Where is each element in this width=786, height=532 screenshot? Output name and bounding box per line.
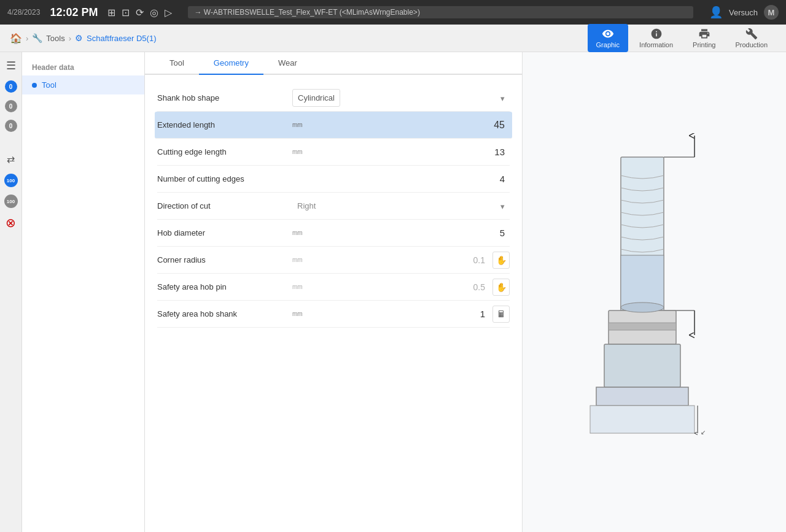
- cutting-edge-length-value[interactable]: [313, 145, 510, 158]
- user-icon: 👤: [709, 6, 723, 19]
- corner-radius-action-button[interactable]: ✋: [492, 252, 510, 269]
- main-layout: ☰ 0 0 0 ⇄ 100 100 ⊗ Header data Tool Too…: [0, 52, 786, 532]
- arrows-exchange-icon[interactable]: ⇄: [4, 152, 18, 166]
- corner-radius-label: Corner radius: [157, 255, 292, 264]
- direction-of-cut-label: Direction of cut: [157, 201, 292, 210]
- badge-100-blue[interactable]: 100: [4, 174, 18, 187]
- hob-diameter-label: Hob diameter: [157, 228, 292, 237]
- sidebar-item-tool-label: Tool: [42, 80, 56, 90]
- form-row-safety-area-hob-pin: Safety area hob pin mm ✋: [157, 274, 510, 301]
- graphic-label: Graphic: [596, 41, 620, 48]
- icon1[interactable]: ⊞: [107, 7, 115, 18]
- num-cutting-edges-value[interactable]: [313, 172, 510, 185]
- hob-diameter-input: mm: [292, 226, 510, 239]
- user-initial: M: [764, 5, 779, 20]
- svg-text:↙: ↙: [701, 429, 706, 436]
- printing-button[interactable]: Printing: [684, 24, 724, 52]
- extended-length-value[interactable]: [313, 118, 510, 132]
- form-row-hob-diameter: Hob diameter mm: [157, 220, 510, 247]
- extended-length-label: Extended length: [157, 120, 292, 129]
- direction-of-cut-select[interactable]: Right Left: [292, 198, 321, 214]
- tools-icon: 🔧: [32, 33, 42, 43]
- corner-radius-value[interactable]: [313, 254, 490, 266]
- nav-section-title: Header data: [22, 60, 144, 75]
- production-button[interactable]: Production: [726, 24, 776, 52]
- content-area: Tool Geometry Wear Shank hob shape Cylin…: [145, 52, 522, 532]
- topbar-path: → W-ABTRIEBSWELLE_Test_Flex_WF-ET (<MLim…: [188, 6, 693, 18]
- sidebar-item-tool[interactable]: Tool: [22, 75, 144, 94]
- form-row-cutting-edge-length: Cutting edge length mm: [157, 139, 510, 166]
- num-cutting-edges-label: Number of cutting edges: [157, 174, 292, 183]
- printing-label: Printing: [693, 41, 715, 48]
- badge-0-gray-1[interactable]: 0: [5, 100, 17, 112]
- corner-radius-unit: mm: [292, 256, 311, 263]
- extended-length-unit: mm: [292, 121, 311, 128]
- form-row-shank-hob-shape: Shank hob shape Cylindrical Tapered: [157, 85, 510, 112]
- safety-area-hob-shank-value[interactable]: [313, 307, 490, 320]
- information-button[interactable]: Information: [631, 24, 682, 52]
- badge-100-gray[interactable]: 100: [4, 195, 18, 208]
- header-actions: Graphic Information Printing Production: [588, 24, 776, 52]
- shank-hob-shape-select-wrapper: Cylindrical Tapered: [292, 89, 510, 107]
- safety-area-hob-shank-input: mm 🖩: [292, 306, 510, 323]
- shank-hob-shape-select[interactable]: Cylindrical Tapered: [292, 89, 340, 107]
- direction-of-cut-select-wrapper: Right Left: [292, 198, 510, 214]
- breadcrumb-tools[interactable]: Tools: [46, 34, 64, 43]
- username: Versuch: [729, 8, 758, 17]
- safety-area-hob-shank-action-button[interactable]: 🖩: [492, 306, 510, 323]
- form-row-corner-radius: Corner radius mm ✋: [157, 247, 510, 274]
- menu-bars-icon[interactable]: ☰: [4, 58, 18, 73]
- form-row-safety-area-hob-shank: Safety area hob shank mm 🖩: [157, 301, 510, 328]
- form-area: Shank hob shape Cylindrical Tapered Exte…: [145, 75, 522, 532]
- badge-0-gray-2[interactable]: 0: [5, 120, 17, 132]
- breadcrumb-gear-icon: ⚙: [75, 33, 83, 43]
- svg-point-13: [621, 303, 664, 312]
- topbar-icons: ⊞ ⊡ ⟳ ◎ ▷: [107, 7, 172, 18]
- topbar-time: 12:02 PM: [50, 6, 98, 19]
- corner-radius-input: mm ✋: [292, 252, 510, 269]
- tab-geometry[interactable]: Geometry: [199, 52, 263, 75]
- form-row-extended-length: Extended length mm: [155, 112, 512, 139]
- safety-area-hob-pin-input: mm ✋: [292, 279, 510, 296]
- left-icons-column: ☰ 0 0 0 ⇄ 100 100 ⊗: [0, 52, 22, 532]
- cutting-edge-unit: mm: [292, 148, 311, 155]
- shank-hob-shape-input: Cylindrical Tapered: [292, 89, 510, 107]
- icon4[interactable]: ◎: [150, 7, 158, 18]
- svg-rect-8: [604, 344, 680, 387]
- close-circle-icon[interactable]: ⊗: [4, 215, 18, 230]
- tab-tool[interactable]: Tool: [155, 52, 199, 75]
- icon5[interactable]: ▷: [165, 7, 172, 18]
- cutting-edge-length-input: mm: [292, 145, 510, 158]
- breadcrumb: 🏠 › 🔧 Tools › ⚙ Schaftfraeser D5(1): [10, 33, 588, 44]
- nav-panel: Header data Tool: [22, 52, 145, 532]
- safety-area-hob-pin-value[interactable]: [313, 281, 490, 293]
- safety-area-hob-pin-label: Safety area hob pin: [157, 282, 292, 291]
- num-cutting-edges-input: [292, 172, 510, 185]
- home-icon[interactable]: 🏠: [10, 33, 22, 44]
- topbar: 4/28/2023 12:02 PM ⊞ ⊡ ⟳ ◎ ▷ → W-ABTRIEB…: [0, 0, 786, 25]
- form-row-num-cutting-edges: Number of cutting edges: [157, 166, 510, 193]
- badge-0-blue[interactable]: 0: [5, 80, 17, 93]
- safety-area-hob-shank-label: Safety area hob shank: [157, 309, 292, 318]
- graphic-button[interactable]: Graphic: [588, 24, 629, 52]
- tab-wear[interactable]: Wear: [263, 52, 312, 75]
- cutting-edge-length-label: Cutting edge length: [157, 147, 292, 156]
- tabs: Tool Geometry Wear: [145, 52, 522, 75]
- safety-area-hob-shank-unit: mm: [292, 310, 311, 317]
- headerbar: 🏠 › 🔧 Tools › ⚙ Schaftfraeser D5(1) Grap…: [0, 25, 786, 52]
- safety-area-hob-pin-action-button[interactable]: ✋: [492, 279, 510, 296]
- hob-diameter-unit: mm: [292, 229, 311, 236]
- breadcrumb-current: Schaftfraeser D5(1): [87, 34, 156, 43]
- direction-of-cut-input: Right Left: [292, 198, 510, 214]
- icon2[interactable]: ⊡: [122, 7, 130, 18]
- topbar-right: 👤 Versuch M: [709, 5, 779, 20]
- icon3[interactable]: ⟳: [136, 7, 144, 18]
- hob-diameter-value[interactable]: [313, 226, 510, 239]
- safety-area-hob-pin-unit: mm: [292, 283, 311, 290]
- nav-dot: [32, 83, 37, 88]
- form-row-direction-of-cut: Direction of cut Right Left: [157, 193, 510, 220]
- information-label: Information: [639, 41, 673, 48]
- diagram-area: ↙: [522, 52, 786, 532]
- topbar-date: 4/28/2023: [7, 8, 40, 17]
- svg-rect-7: [609, 323, 676, 330]
